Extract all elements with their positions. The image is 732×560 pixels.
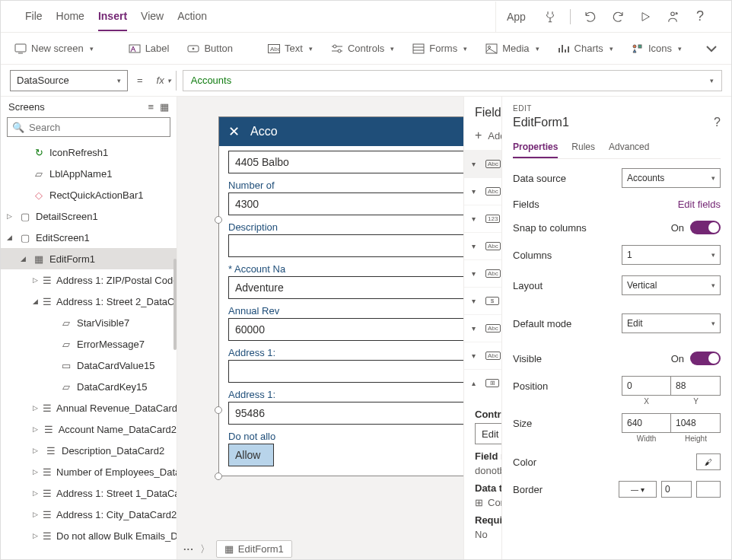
default-mode-select[interactable]: Edit▾ xyxy=(622,313,721,333)
checker-icon[interactable] xyxy=(543,9,558,24)
new-screen-button[interactable]: New screen▾ xyxy=(10,40,98,58)
undo-icon[interactable] xyxy=(583,9,598,24)
expand-icon[interactable]: ▷ xyxy=(33,447,40,454)
tab-rules[interactable]: Rules xyxy=(571,137,595,158)
redo-icon[interactable] xyxy=(610,9,625,24)
collapse-icon[interactable]: ◢ xyxy=(33,298,38,305)
border-width-input[interactable]: 0 xyxy=(661,481,692,498)
tree-node[interactable]: ▷☰Address 1: City_DataCard2 xyxy=(1,504,177,525)
color-picker[interactable]: 🖌 xyxy=(696,453,721,470)
menu-file[interactable]: File xyxy=(25,2,43,31)
label-button[interactable]: Label xyxy=(124,40,174,58)
tree-node[interactable]: ▷☰Address 1: ZIP/Postal Code_ xyxy=(1,269,177,291)
thumbnail-view-icon[interactable]: ▦ xyxy=(160,101,169,113)
field-item[interactable]: ▾123Number of Employees xyxy=(464,205,501,232)
position-y-input[interactable]: 88 xyxy=(671,376,721,396)
tree-node[interactable]: ▱StarVisible7 xyxy=(1,312,177,333)
expand-ribbon-icon[interactable] xyxy=(701,42,722,56)
forms-menu[interactable]: Forms▾ xyxy=(408,40,472,58)
tree-node[interactable]: ▷☰Annual Revenue_DataCard2 xyxy=(1,397,177,418)
help-icon[interactable]: ? xyxy=(714,116,721,129)
input-field[interactable]: 60000 xyxy=(228,318,482,341)
share-icon[interactable] xyxy=(665,9,680,24)
more-icon[interactable]: ··· xyxy=(183,543,194,555)
field-item[interactable]: ▾AbcAddress 1: City xyxy=(464,150,501,177)
visible-toggle[interactable] xyxy=(690,352,721,365)
tree-node[interactable]: ▷▢DetailScreen1 xyxy=(1,205,177,227)
snap-toggle[interactable] xyxy=(690,221,721,234)
text-menu[interactable]: AbcText▾ xyxy=(263,40,317,58)
resize-handle[interactable] xyxy=(215,216,222,224)
expand-icon[interactable]: ▷ xyxy=(7,212,14,220)
tree-view-icon[interactable]: ≡ xyxy=(148,101,154,113)
field-item[interactable]: ▾AbcDescription xyxy=(464,232,501,259)
expand-icon[interactable]: ▷ xyxy=(33,276,38,284)
menu-view[interactable]: View xyxy=(141,2,164,31)
charts-menu[interactable]: Charts▾ xyxy=(553,40,618,58)
help-icon[interactable]: ? xyxy=(692,9,708,24)
expand-icon[interactable]: ▷ xyxy=(33,511,38,518)
menu-home[interactable]: Home xyxy=(56,2,84,31)
field-item[interactable]: ▾AbcAccount Name xyxy=(464,259,501,287)
edit-fields-link[interactable]: Edit fields xyxy=(678,199,721,210)
field-item[interactable]: ▾$Annual Revenue xyxy=(464,287,501,314)
layout-select[interactable]: Vertical▾ xyxy=(622,275,721,295)
input-field[interactable]: 4300 xyxy=(228,192,482,215)
tree-search[interactable]: 🔍 xyxy=(7,117,170,137)
formula-input[interactable]: Accounts▾ xyxy=(183,70,722,91)
height-input[interactable]: 1048 xyxy=(671,413,721,433)
resize-handle[interactable] xyxy=(215,406,222,414)
input-field[interactable] xyxy=(228,360,482,383)
data-source-select[interactable]: Accounts▾ xyxy=(622,168,721,188)
border-color-picker[interactable] xyxy=(696,481,721,498)
controls-menu[interactable]: Controls▾ xyxy=(326,40,399,58)
app-label[interactable]: App xyxy=(507,11,526,23)
collapse-icon[interactable]: ◢ xyxy=(21,255,28,262)
tree-node[interactable]: ▱DataCardKey15 xyxy=(1,376,177,397)
expand-icon[interactable]: ▷ xyxy=(33,532,38,539)
tree-node[interactable]: ◢▢EditScreen1 xyxy=(1,227,177,248)
expand-icon[interactable]: ▷ xyxy=(33,468,38,476)
columns-select[interactable]: 1▾ xyxy=(622,245,721,265)
expand-icon[interactable]: ▷ xyxy=(33,404,38,412)
play-icon[interactable] xyxy=(638,9,653,24)
button-button[interactable]: Button xyxy=(183,40,237,58)
field-item-expanded[interactable]: ▴⊞Do not allow Bulk Emails··· xyxy=(464,369,501,396)
collapse-icon[interactable]: ◢ xyxy=(7,234,14,241)
property-selector[interactable]: DataSource▾ xyxy=(10,70,128,91)
close-icon[interactable]: ✕ xyxy=(228,123,240,140)
field-item[interactable]: ▾AbcAddress 1: ZIP/Postal Code xyxy=(464,342,501,369)
expand-icon[interactable]: ▷ xyxy=(33,425,39,433)
border-style-select[interactable]: — ▾ xyxy=(619,481,657,498)
tree-node[interactable]: ◢☰Address 1: Street 2_DataCar xyxy=(1,291,177,312)
media-menu[interactable]: Media▾ xyxy=(481,40,543,58)
dropdown-field[interactable]: Allow xyxy=(228,444,274,466)
tree-node[interactable]: ◇RectQuickActionBar1 xyxy=(1,184,177,205)
tree-node-selected[interactable]: ◢▦EditForm1 xyxy=(1,248,177,269)
tab-advanced[interactable]: Advanced xyxy=(609,137,649,158)
input-field[interactable] xyxy=(228,234,482,257)
breadcrumb-item[interactable]: ▦EditForm1 xyxy=(216,540,292,558)
tree-node[interactable]: ▱LblAppName1 xyxy=(1,163,177,184)
tree-node[interactable]: ▷☰Account Name_DataCard2 xyxy=(1,418,177,440)
field-item[interactable]: ▾AbcAddress 1: Street 2 xyxy=(464,314,501,342)
control-type-select[interactable]: Edit option set single-select▾ xyxy=(475,423,501,444)
tree-node[interactable]: ▭DataCardValue15 xyxy=(1,355,177,376)
resize-handle[interactable] xyxy=(215,473,222,480)
tree-node[interactable]: ▷☰Number of Employees_Data xyxy=(1,461,177,482)
expand-icon[interactable]: ▷ xyxy=(33,489,38,497)
tree-node[interactable]: ▱ErrorMessage7 xyxy=(1,333,177,355)
position-x-input[interactable]: 0 xyxy=(622,376,671,396)
input-field[interactable]: 95486 xyxy=(228,402,482,425)
field-item[interactable]: ▾AbcAddress 1: Street 1 xyxy=(464,177,501,205)
search-input[interactable] xyxy=(29,122,165,133)
input-field[interactable]: Adventure xyxy=(228,276,482,299)
tree-node[interactable]: ▷☰Address 1: Street 1_DataCar xyxy=(1,482,177,504)
menu-insert[interactable]: Insert xyxy=(98,2,127,31)
width-input[interactable]: 640 xyxy=(622,413,671,433)
tree-node[interactable]: ▷☰Description_DataCard2 xyxy=(1,440,177,461)
scrollbar[interactable] xyxy=(173,259,177,350)
add-field-button[interactable]: +Add field xyxy=(475,129,501,142)
icons-menu[interactable]: Icons▾ xyxy=(627,40,686,58)
tree-node[interactable]: ↻IconRefresh1 xyxy=(1,142,177,163)
